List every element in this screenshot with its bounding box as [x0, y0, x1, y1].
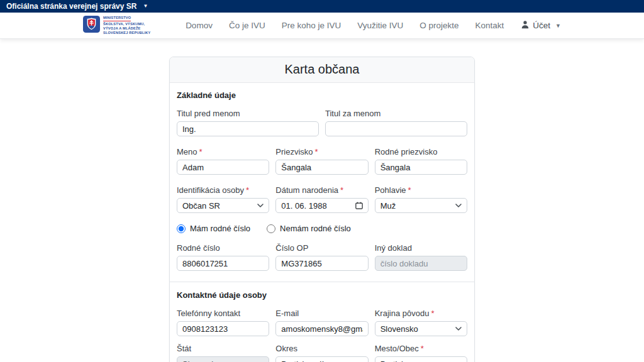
- user-icon: [521, 20, 530, 31]
- field-label-iny-doklad: Iný doklad: [375, 243, 467, 253]
- nav-item-o-projekte[interactable]: O projekte: [411, 21, 467, 30]
- cislo-op-input[interactable]: [275, 256, 368, 271]
- account-menu[interactable]: Účet ▼: [521, 20, 561, 31]
- stat-input: [177, 356, 269, 362]
- radio-label: Mám rodné číslo: [190, 224, 250, 233]
- field-label-telefonny-kontakt: Telefónny kontakt: [177, 309, 269, 318]
- page-content: Karta občana Základné údaje Titul pred m…: [0, 39, 644, 362]
- radio-input-mam[interactable]: [177, 224, 186, 233]
- select-value: Občan SR: [182, 201, 220, 211]
- mesto-obec-input[interactable]: [375, 356, 467, 362]
- required-asterisk: *: [246, 185, 249, 195]
- nav-item-pre-koho-je-ivu[interactable]: Pre koho je IVU: [274, 21, 350, 30]
- required-asterisk: *: [408, 185, 411, 195]
- krajina-povodu-select[interactable]: Slovensko: [375, 321, 467, 336]
- chevron-down-icon: ▼: [555, 23, 561, 29]
- field-label-email: E-mail: [275, 309, 368, 318]
- field-label-okres: Okres: [275, 344, 368, 353]
- radio-mam-rodne-cislo[interactable]: Mám rodné číslo: [177, 224, 250, 233]
- chevron-down-icon: [257, 204, 264, 207]
- nav-item-domov[interactable]: Domov: [177, 21, 221, 30]
- telefonny-kontakt-input[interactable]: [177, 321, 269, 336]
- priezvisko-input[interactable]: [275, 160, 368, 175]
- calendar-icon[interactable]: [355, 202, 363, 209]
- field-label-meno: Meno*: [177, 147, 269, 156]
- main-nav: Domov Čo je IVU Pre koho je IVU Využitie…: [177, 20, 561, 31]
- section-title-kontaktne-udaje: Kontaktné údaje osoby: [177, 290, 467, 300]
- logo-line: MINISTERSTVO: [103, 16, 131, 21]
- ministry-logo-text: MINISTERSTVO ŠKOLSTVA, VÝSKUMU, VÝVOJA A…: [103, 16, 151, 35]
- nav-item-co-je-ivu[interactable]: Čo je IVU: [221, 21, 274, 30]
- field-label-titul-za-menom: Titul za menom: [325, 109, 467, 118]
- identifikacia-osoby-select[interactable]: Občan SR: [177, 198, 269, 213]
- field-label-cislo-op: Číslo OP: [275, 243, 368, 253]
- chevron-down-icon: ▼: [143, 4, 148, 9]
- select-value: Muž: [380, 201, 396, 211]
- logo-line: SLOVENSKEJ REPUBLIKY: [103, 31, 151, 35]
- datum-narodenia-input[interactable]: 01. 06. 1988: [275, 198, 368, 213]
- karta-obcana-card: Karta občana Základné údaje Titul pred m…: [169, 57, 475, 362]
- radio-input-nemam[interactable]: [267, 224, 275, 233]
- field-label-rodne-priezvisko: Rodné priezvisko: [375, 147, 467, 156]
- required-asterisk: *: [340, 185, 343, 195]
- field-label-priezvisko: Priezvisko*: [275, 147, 368, 156]
- email-input[interactable]: [275, 321, 368, 336]
- required-asterisk: *: [431, 309, 434, 318]
- rodne-cislo-input[interactable]: [177, 256, 269, 271]
- nav-item-kontakt[interactable]: Kontakt: [467, 21, 513, 30]
- official-site-label: Oficiálna stránka verejnej správy SR: [6, 2, 136, 11]
- official-site-banner[interactable]: Oficiálna stránka verejnej správy SR ▼: [0, 0, 644, 13]
- radio-nemam-rodne-cislo[interactable]: Nemám rodné číslo: [267, 224, 351, 233]
- field-label-stat: Štát: [177, 344, 269, 353]
- account-label: Účet: [533, 21, 550, 30]
- nav-item-vyuzitie-ivu[interactable]: Využitie IVU: [349, 21, 411, 30]
- chevron-down-icon: [455, 204, 462, 207]
- okres-input[interactable]: [275, 356, 368, 362]
- field-label-datum-narodenia: Dátum narodenia*: [275, 185, 368, 195]
- required-asterisk: *: [315, 147, 318, 156]
- section-divider: [170, 282, 474, 282]
- select-value: Slovensko: [380, 324, 418, 334]
- site-header: MINISTERSTVO ŠKOLSTVA, VÝSKUMU, VÝVOJA A…: [0, 13, 644, 39]
- rodne-priezvisko-input[interactable]: [375, 160, 467, 175]
- date-value: 01. 06. 1988: [281, 201, 326, 211]
- logo-line: VÝVOJA A MLÁDEŽE: [103, 26, 151, 31]
- ministry-logo[interactable]: MINISTERSTVO ŠKOLSTVA, VÝSKUMU, VÝVOJA A…: [83, 16, 151, 35]
- field-label-krajina-povodu: Krajina pôvodu*: [375, 309, 467, 318]
- pohlavie-select[interactable]: Muž: [375, 198, 467, 213]
- field-label-pohlavie: Pohlavie*: [375, 185, 467, 195]
- form-title: Karta občana: [170, 57, 474, 83]
- required-asterisk: *: [421, 344, 424, 353]
- meno-input[interactable]: [177, 160, 269, 175]
- chevron-down-icon: [455, 327, 462, 331]
- field-label-identifikacia-osoby: Identifikácia osoby*: [177, 185, 269, 195]
- field-label-rodne-cislo: Rodné číslo: [177, 243, 269, 253]
- field-label-mesto-obec: Mesto/Obec*: [375, 344, 467, 353]
- required-asterisk: *: [199, 147, 203, 156]
- logo-line: ŠKOLSTVA, VÝSKUMU,: [103, 22, 151, 26]
- section-title-zakladne-udaje: Základné údaje: [177, 90, 467, 100]
- titul-pred-menom-input[interactable]: [177, 121, 319, 136]
- slovak-coat-of-arms-icon: [83, 16, 100, 35]
- titul-za-menom-input[interactable]: [325, 121, 467, 136]
- iny-doklad-input: [375, 256, 467, 271]
- rodne-cislo-radio-group: Mám rodné číslo Nemám rodné číslo: [177, 224, 467, 233]
- radio-label: Nemám rodné číslo: [280, 224, 351, 233]
- field-label-titul-pred-menom: Titul pred menom: [177, 109, 319, 118]
